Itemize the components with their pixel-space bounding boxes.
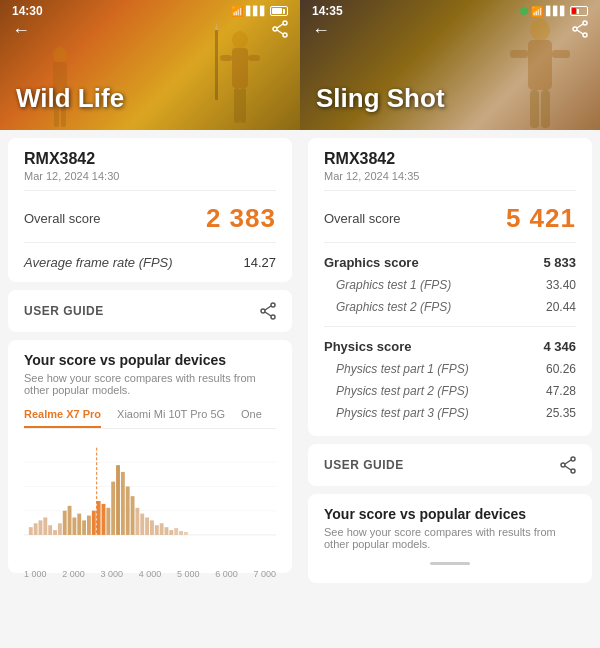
svg-point-8 (53, 47, 67, 63)
svg-rect-51 (145, 517, 149, 534)
svg-point-68 (583, 33, 587, 37)
panel-sling-shot: 14:35 📶 ▋▋▋ ← Sling Shot (300, 0, 600, 648)
svg-rect-33 (58, 523, 62, 535)
fps-label-1: Average frame rate (FPS) (24, 255, 173, 270)
svg-point-73 (571, 469, 575, 473)
svg-line-75 (565, 466, 571, 470)
svg-line-15 (277, 24, 283, 28)
svg-point-60 (530, 19, 550, 41)
wifi-icon-2: 📶 (531, 6, 543, 17)
tab-one-1[interactable]: One (241, 408, 262, 428)
hero-title-1: Wild Life (16, 83, 124, 114)
svg-rect-34 (63, 511, 67, 535)
popular-subtitle-1: See how your score compares with results… (24, 372, 276, 396)
content-area-2[interactable]: RMX3842 Mar 12, 2024 14:35 Overall score… (300, 130, 600, 648)
notification-dot-2 (520, 7, 528, 15)
svg-rect-61 (528, 40, 552, 90)
x-label-1000: 1 000 (24, 569, 47, 579)
status-time-1: 14:30 (12, 4, 43, 18)
svg-rect-4 (234, 88, 240, 123)
svg-point-71 (571, 457, 575, 461)
device-date-1: Mar 12, 2024 14:30 (24, 170, 276, 182)
battery-tip-2 (577, 9, 579, 14)
svg-marker-7 (215, 22, 218, 30)
overall-score-row-1: Overall score 2 383 (24, 203, 276, 234)
svg-point-17 (271, 303, 275, 307)
physics-test2-row: Physics test part 2 (FPS) 47.28 (324, 380, 576, 402)
signal-icon-2: ▋▋▋ (546, 6, 567, 16)
divider-1a (24, 190, 276, 191)
physics-score-value: 4 346 (543, 339, 576, 354)
svg-rect-56 (169, 530, 173, 535)
user-guide-1[interactable]: USER GUIDE (8, 290, 292, 332)
svg-rect-47 (126, 486, 130, 534)
svg-line-20 (265, 306, 271, 310)
share-button-2[interactable] (572, 20, 588, 42)
device-date-2: Mar 12, 2024 14:35 (324, 170, 576, 182)
physics-test1-row: Physics test part 1 (FPS) 60.26 (324, 358, 576, 380)
device-card-1: RMX3842 Mar 12, 2024 14:30 Overall score… (8, 138, 292, 282)
tab-realme-1[interactable]: Realme X7 Pro (24, 408, 101, 428)
svg-rect-40 (92, 511, 96, 535)
graphics-test2-label: Graphics test 2 (FPS) (324, 300, 451, 314)
hero-title-2: Sling Shot (316, 83, 445, 114)
panel-wild-life: 14:30 📶 ▋▋▋ ← Wild Life (0, 0, 300, 648)
svg-rect-63 (552, 50, 570, 58)
svg-rect-45 (116, 465, 120, 535)
svg-rect-55 (165, 527, 169, 535)
svg-rect-39 (87, 516, 91, 535)
svg-rect-29 (39, 520, 43, 535)
back-button-2[interactable]: ← (312, 20, 330, 41)
svg-rect-52 (150, 520, 154, 535)
graphics-test2-row: Graphics test 2 (FPS) 20.44 (324, 296, 576, 318)
svg-rect-30 (43, 517, 47, 534)
svg-point-19 (271, 315, 275, 319)
back-button-1[interactable]: ← (12, 20, 30, 41)
svg-rect-65 (541, 90, 550, 128)
popular-subtitle-2: See how your score compares with results… (324, 526, 576, 550)
device-model-1: RMX3842 (24, 150, 276, 168)
status-time-2: 14:35 (312, 4, 343, 18)
share-button-1[interactable] (272, 20, 288, 42)
tabs-row-1: Realme X7 Pro Xiaomi Mi 10T Pro 5G One (24, 408, 276, 429)
svg-rect-43 (106, 508, 110, 535)
svg-rect-41 (97, 501, 101, 535)
divider-1b (24, 242, 276, 243)
svg-rect-59 (184, 532, 188, 535)
svg-rect-6 (215, 30, 218, 100)
content-area-1[interactable]: RMX3842 Mar 12, 2024 14:30 Overall score… (0, 130, 300, 648)
svg-rect-36 (72, 517, 76, 534)
user-guide-share-icon-1[interactable] (260, 302, 276, 320)
svg-rect-58 (179, 531, 183, 535)
user-guide-label-2: USER GUIDE (324, 458, 404, 472)
svg-rect-44 (111, 482, 115, 535)
physics-score-label: Physics score (324, 339, 411, 354)
user-guide-2[interactable]: USER GUIDE (308, 444, 592, 486)
popular-section-1: Your score vs popular devices See how yo… (8, 340, 292, 573)
battery-fill-1 (272, 8, 282, 14)
popular-section-2: Your score vs popular devices See how yo… (308, 494, 592, 583)
battery-tip-1 (283, 9, 285, 14)
x-label-5000: 5 000 (177, 569, 200, 579)
graphics-test1-row: Graphics test 1 (FPS) 33.40 (324, 274, 576, 296)
status-icons-1: 📶 ▋▋▋ (231, 6, 288, 17)
x-label-7000: 7 000 (253, 569, 276, 579)
svg-line-16 (277, 30, 283, 34)
graphics-test1-label: Graphics test 1 (FPS) (324, 278, 451, 292)
x-label-3000: 3 000 (100, 569, 123, 579)
wifi-icon-1: 📶 (231, 6, 243, 17)
overall-score-label-2: Overall score (324, 211, 401, 226)
graphics-score-label: Graphics score (324, 255, 419, 270)
user-guide-share-icon-2[interactable] (560, 456, 576, 474)
physics-score-row: Physics score 4 346 (324, 335, 576, 358)
battery-icon-1 (270, 6, 288, 16)
tab-xiaomi-1[interactable]: Xiaomi Mi 10T Pro 5G (117, 408, 225, 428)
svg-rect-57 (174, 528, 178, 535)
svg-rect-28 (34, 523, 38, 535)
svg-rect-32 (53, 530, 57, 535)
svg-line-74 (565, 460, 571, 464)
svg-rect-64 (530, 90, 539, 128)
hero-area-sling: 14:35 📶 ▋▋▋ ← Sling Shot (300, 0, 600, 130)
hero-area-wild: 14:30 📶 ▋▋▋ ← Wild Life (0, 0, 300, 130)
battery-fill-2 (572, 8, 576, 14)
